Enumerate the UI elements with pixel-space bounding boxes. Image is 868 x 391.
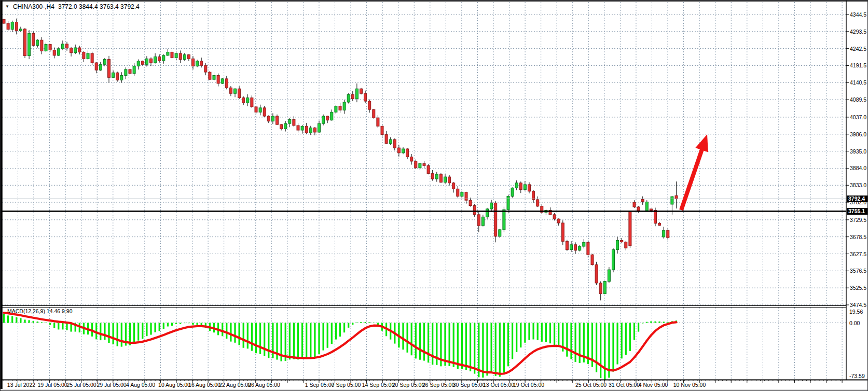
bull-candle [57, 49, 60, 55]
macd-histogram-bar [461, 323, 463, 369]
macd-histogram-bar [243, 323, 244, 348]
bull-candle [343, 102, 346, 110]
macd-histogram-bar [7, 315, 9, 323]
macd-histogram-bar [495, 323, 497, 376]
bear-candle [280, 124, 283, 129]
bear-candle [91, 53, 93, 63]
bull-candle [347, 94, 350, 102]
macd-histogram-bar [268, 323, 269, 358]
price-axis-label: 4089.5 [850, 96, 866, 103]
macd-histogram-bar [327, 323, 328, 348]
bear-candle [229, 88, 232, 93]
macd-histogram-bar [541, 323, 543, 342]
bear-candle [339, 106, 341, 110]
bear-candle [637, 207, 640, 211]
bear-candle [40, 40, 43, 51]
bear-candle [78, 48, 81, 52]
macd-histogram-bar [3, 314, 5, 323]
macd-histogram-bar [449, 323, 450, 366]
bear-candle [595, 264, 598, 283]
price-axis-label: 4293.5 [850, 29, 866, 35]
macd-histogram-bar [29, 320, 30, 323]
macd-histogram-bar [117, 323, 118, 346]
bull-candle [355, 89, 358, 99]
bear-candle [599, 283, 602, 294]
macd-histogram-bar [133, 323, 135, 344]
bull-candle [133, 66, 135, 73]
macd-histogram-bar [20, 318, 21, 323]
chart-canvas[interactable] [1, 1, 868, 391]
bear-candle [397, 148, 400, 153]
bull-candle [671, 197, 673, 204]
macd-histogram-bar [171, 323, 173, 326]
macd-histogram-bar [373, 323, 375, 323]
bear-candle [192, 59, 195, 66]
bear-candle [7, 23, 9, 30]
bear-candle [650, 209, 652, 211]
macd-histogram-bar [62, 323, 63, 330]
bear-candle [305, 126, 308, 133]
macd-histogram-bar [306, 323, 307, 359]
price-axis-label: 3474.5 [850, 302, 866, 308]
macd-histogram-bar [654, 322, 656, 323]
bear-candle [654, 211, 657, 224]
macd-histogram-bar [453, 323, 454, 367]
chevron-down-icon[interactable]: ▼ [5, 4, 9, 9]
price-axis[interactable]: 4344.54293.54242.54191.54140.54089.54037… [846, 1, 868, 380]
macd-histogram-bar [108, 323, 109, 343]
bull-candle [259, 108, 261, 112]
bull-candle [499, 230, 501, 236]
macd-histogram-bar [432, 323, 433, 365]
macd-histogram-bar [11, 316, 13, 323]
price-axis-label: 4191.5 [850, 62, 866, 68]
bear-candle [519, 183, 522, 190]
time-axis[interactable]: 13 Jul 202219 Jul 05:0025 Jul 05:0029 Ju… [1, 380, 868, 391]
macd-histogram-bar [625, 323, 627, 355]
macd-histogram-bar [37, 322, 38, 323]
bull-candle [175, 53, 177, 58]
bear-candle [477, 215, 480, 226]
bull-candle [162, 55, 165, 61]
bear-candle [141, 61, 144, 64]
price-axis-label: 4344.5 [850, 11, 866, 18]
bull-candle [616, 240, 619, 249]
bull-candle [608, 270, 610, 282]
bear-candle [457, 189, 459, 196]
macd-histogram-bar [512, 323, 513, 359]
bull-candle [578, 246, 581, 250]
bear-candle [150, 59, 153, 63]
bull-candle [288, 119, 291, 123]
macd-histogram-bar [650, 322, 652, 323]
macd-histogram-bar [163, 323, 164, 329]
bear-candle [95, 63, 98, 70]
macd-histogram-bar [150, 323, 151, 335]
bear-candle [242, 98, 245, 103]
macd-histogram-bar [234, 323, 236, 343]
bull-candle [301, 126, 304, 130]
macd-histogram-bar [293, 323, 295, 359]
bear-candle [326, 116, 329, 120]
bear-candle [209, 72, 211, 79]
macd-histogram-bar [415, 323, 417, 359]
price-axis-label: 3627.5 [850, 251, 866, 257]
bear-candle [591, 255, 594, 264]
macd-histogram-bar [600, 323, 601, 379]
bear-candle [427, 165, 430, 173]
macd-histogram-bar [486, 323, 488, 376]
current-price-badge: 3792.4 [847, 196, 868, 202]
price-axis-label: 4242.5 [850, 46, 866, 52]
macd-histogram-bar [247, 323, 249, 349]
macd-histogram-bar [533, 323, 534, 340]
macd-histogram-bar [537, 323, 539, 340]
macd-histogram-bar [251, 323, 253, 351]
macd-histogram-bar [549, 323, 551, 344]
bear-candle [381, 126, 383, 134]
macd-histogram-bar [491, 323, 492, 372]
macd-histogram-bar [184, 323, 185, 324]
macd-histogram-bar [516, 323, 517, 352]
bear-candle [629, 211, 631, 245]
macd-histogram-bar [612, 323, 614, 372]
bear-candle [267, 116, 270, 121]
bear-candle [448, 177, 451, 183]
macd-histogram-bar [167, 323, 169, 327]
